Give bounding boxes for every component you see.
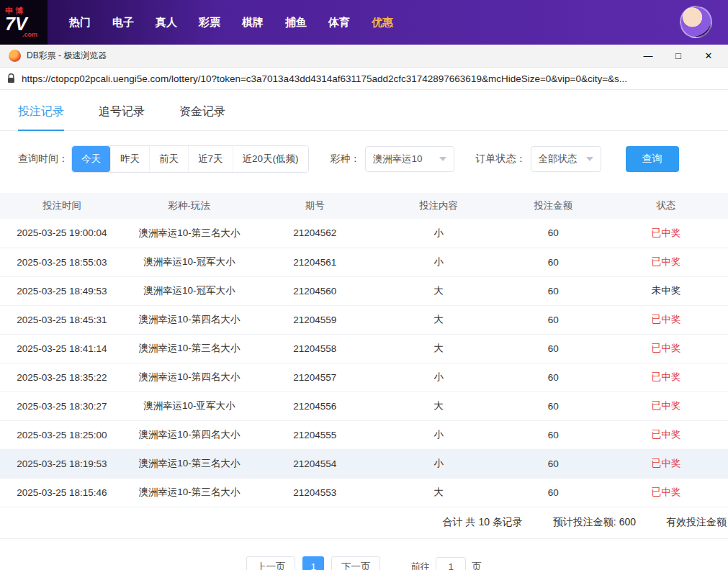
cell-status: 已中奖 bbox=[604, 363, 728, 392]
query-button[interactable]: 查询 bbox=[626, 146, 679, 172]
cell-bet-time: 2025-03-25 18:55:03 bbox=[0, 248, 124, 276]
time-option-today[interactable]: 今天 bbox=[72, 146, 110, 172]
filter-bar: 查询时间： 今天 昨天 前天 近7天 近20天(低频) 彩种： 澳洲幸运10 订… bbox=[0, 131, 728, 173]
cell-status: 已中奖 bbox=[604, 449, 728, 478]
table-row: 2025-03-25 18:25:00 澳洲幸运10-第四名大小 2120455… bbox=[0, 420, 728, 449]
maximize-button[interactable]: □ bbox=[663, 45, 693, 68]
browser-title-bar: DB彩票 - 极速浏览器 — □ ✕ bbox=[0, 45, 728, 68]
cell-content: 小 bbox=[375, 363, 503, 392]
cell-bet-time: 2025-03-25 18:45:31 bbox=[0, 305, 124, 334]
nav-item-hot[interactable]: 热门 bbox=[69, 16, 91, 30]
goto-page-input[interactable] bbox=[436, 557, 466, 570]
cell-content: 小 bbox=[375, 248, 503, 276]
cell-issue: 21204559 bbox=[255, 305, 375, 334]
tab-bet-records[interactable]: 投注记录 bbox=[18, 104, 64, 131]
url-text: https://ctopcp02pcali.uengi5e.com/lotter… bbox=[22, 73, 627, 84]
address-bar[interactable]: https://ctopcp02pcali.uengi5e.com/lotter… bbox=[0, 68, 728, 90]
time-option-20days[interactable]: 近20天(低频) bbox=[233, 146, 308, 172]
header-content: 投注内容 bbox=[375, 193, 503, 219]
prev-page-button[interactable]: 上一页 bbox=[246, 556, 295, 570]
cell-amount: 60 bbox=[503, 305, 605, 334]
pagination: 上一页 1 下一页 前往 页 bbox=[0, 556, 728, 570]
brand-logo[interactable]: 申博 7V .com bbox=[0, 0, 48, 45]
table-row: 2025-03-25 18:49:53 澳洲幸运10-冠军大小 21204560… bbox=[0, 276, 728, 305]
cell-issue: 21204556 bbox=[255, 392, 375, 420]
cell-game: 澳洲幸运10-第三名大小 bbox=[124, 219, 255, 248]
cell-amount: 60 bbox=[503, 363, 605, 392]
nav-item-live[interactable]: 真人 bbox=[156, 16, 177, 30]
nav-item-lottery[interactable]: 彩票 bbox=[199, 16, 220, 30]
cell-game: 澳洲幸运10-第三名大小 bbox=[124, 449, 255, 478]
nav-item-slots[interactable]: 电子 bbox=[112, 16, 134, 30]
minimize-button[interactable]: — bbox=[633, 45, 663, 68]
header-bet-time: 投注时间 bbox=[0, 193, 124, 219]
table-header-row: 投注时间 彩种-玩法 期号 投注内容 投注金额 状态 bbox=[0, 193, 728, 219]
cell-game: 澳洲幸运10-冠军大小 bbox=[124, 248, 255, 276]
table-row: 2025-03-25 18:15:46 澳洲幸运10-第三名大小 2120455… bbox=[0, 478, 728, 507]
table-body: 2025-03-25 19:00:04 澳洲幸运10-第三名大小 2120456… bbox=[0, 219, 728, 507]
cell-bet-time: 2025-03-25 18:19:53 bbox=[0, 449, 124, 478]
nav-item-sports[interactable]: 体育 bbox=[328, 16, 350, 30]
summary-expected: 预计投注金额: 600 bbox=[553, 516, 636, 529]
chevron-down-icon bbox=[439, 157, 446, 161]
cell-status: 已中奖 bbox=[604, 219, 728, 248]
cell-amount: 60 bbox=[503, 392, 605, 420]
cell-bet-time: 2025-03-25 18:35:22 bbox=[0, 363, 124, 392]
cell-amount: 60 bbox=[503, 334, 605, 363]
goto-page: 前往 页 bbox=[410, 557, 482, 570]
page-number-current[interactable]: 1 bbox=[302, 556, 324, 570]
table-row: 2025-03-25 18:41:14 澳洲幸运10-第三名大小 2120455… bbox=[0, 334, 728, 363]
time-option-yesterday[interactable]: 昨天 bbox=[110, 146, 149, 172]
table-row: 2025-03-25 18:30:27 澳洲幸运10-亚军大小 21204556… bbox=[0, 392, 728, 420]
lottery-select[interactable]: 澳洲幸运10 bbox=[365, 146, 454, 172]
cell-issue: 21204561 bbox=[255, 248, 375, 276]
cell-issue: 21204555 bbox=[255, 420, 375, 449]
header-status: 状态 bbox=[604, 193, 728, 219]
lock-icon[interactable] bbox=[7, 73, 15, 83]
cell-content: 大 bbox=[375, 305, 503, 334]
cell-bet-time: 2025-03-25 19:00:04 bbox=[0, 219, 124, 248]
status-select-value: 全部状态 bbox=[539, 153, 578, 166]
cell-game: 澳洲幸运10-第三名大小 bbox=[124, 334, 255, 363]
cell-content: 小 bbox=[375, 420, 503, 449]
cell-bet-time: 2025-03-25 18:49:53 bbox=[0, 276, 124, 305]
cell-status: 未中奖 bbox=[604, 276, 728, 305]
header-game: 彩种-玩法 bbox=[124, 193, 255, 219]
time-option-daybefore[interactable]: 前天 bbox=[149, 146, 188, 172]
time-option-7days[interactable]: 近7天 bbox=[188, 146, 233, 172]
cell-issue: 21204554 bbox=[255, 449, 375, 478]
nav-item-board[interactable]: 棋牌 bbox=[242, 16, 264, 30]
cell-game: 澳洲幸运10-亚军大小 bbox=[124, 392, 255, 420]
nav-item-fishing[interactable]: 捕鱼 bbox=[285, 16, 307, 30]
cell-issue: 21204560 bbox=[255, 276, 375, 305]
main-menu: 热门 电子 真人 彩票 棋牌 捕鱼 体育 优惠 bbox=[69, 16, 393, 30]
time-filter-group: 今天 昨天 前天 近7天 近20天(低频) bbox=[71, 145, 309, 173]
user-avatar[interactable] bbox=[680, 6, 712, 38]
tab-fund-records[interactable]: 资金记录 bbox=[179, 104, 225, 131]
cell-status: 已中奖 bbox=[604, 420, 728, 449]
cell-amount: 60 bbox=[503, 449, 605, 478]
cell-content: 大 bbox=[375, 392, 503, 420]
cell-content: 小 bbox=[375, 219, 503, 248]
top-nav: 申博 7V .com 热门 电子 真人 彩票 棋牌 捕鱼 体育 优惠 bbox=[0, 0, 728, 45]
cell-game: 澳洲幸运10-第四名大小 bbox=[124, 420, 255, 449]
cell-status: 已中奖 bbox=[604, 248, 728, 276]
header-amount: 投注金额 bbox=[503, 193, 605, 219]
window-title: DB彩票 - 极速浏览器 bbox=[27, 50, 107, 62]
cell-amount: 60 bbox=[503, 420, 605, 449]
cell-content: 大 bbox=[375, 478, 503, 507]
lottery-select-value: 澳洲幸运10 bbox=[373, 153, 423, 166]
cell-bet-time: 2025-03-25 18:41:14 bbox=[0, 334, 124, 363]
goto-suffix: 页 bbox=[472, 561, 482, 570]
close-button[interactable]: ✕ bbox=[693, 45, 724, 68]
chevron-down-icon bbox=[586, 157, 593, 161]
cell-game: 澳洲幸运10-第四名大小 bbox=[124, 363, 255, 392]
nav-item-promo[interactable]: 优惠 bbox=[372, 16, 393, 30]
cell-status: 已中奖 bbox=[604, 478, 728, 507]
cell-issue: 21204553 bbox=[255, 478, 375, 507]
window-controls: — □ ✕ bbox=[633, 45, 724, 68]
tab-chase-records[interactable]: 追号记录 bbox=[99, 104, 145, 131]
next-page-button[interactable]: 下一页 bbox=[331, 556, 380, 570]
table-row: 2025-03-25 18:35:22 澳洲幸运10-第四名大小 2120455… bbox=[0, 363, 728, 392]
order-status-select[interactable]: 全部状态 bbox=[531, 146, 601, 172]
